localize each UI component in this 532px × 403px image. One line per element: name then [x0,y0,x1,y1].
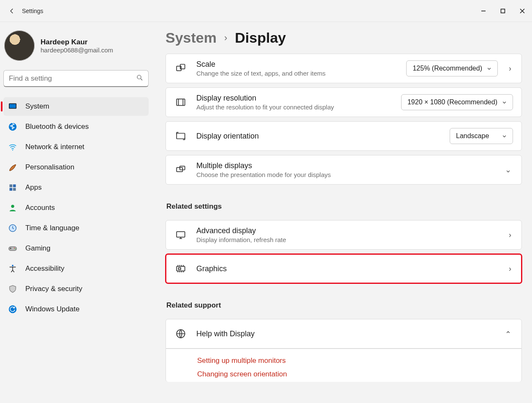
setting-title: Multiple displays [196,161,494,170]
chevron-right-icon: › [507,264,513,273]
setting-advanced-display[interactable]: Advanced display Display information, re… [166,220,522,250]
wifi-icon [8,142,18,152]
minimize-button[interactable] [474,0,493,22]
graphics-icon [174,263,187,274]
svg-rect-9 [13,188,16,191]
setting-title: Graphics [196,264,498,273]
svg-rect-7 [13,185,16,188]
breadcrumb-parent[interactable]: System [166,30,217,46]
search-input[interactable] [3,70,149,87]
bluetooth-icon [8,122,18,132]
titlebar: Settings [0,0,532,22]
maximize-button[interactable] [493,0,513,22]
svg-rect-25 [179,268,181,270]
main-content: System › Display Scale Change the size o… [152,22,532,403]
help-links: Setting up multiple monitors Changing sc… [166,349,522,382]
sidebar-item-accounts[interactable]: Accounts [3,199,149,217]
sidebar-item-network[interactable]: Network & internet [3,138,149,156]
sidebar-item-label: Accessibility [25,264,65,273]
monitor-icon [174,229,187,240]
sidebar-item-personalisation[interactable]: Personalisation [3,158,149,177]
setting-title: Help with Display [196,329,494,338]
sidebar-item-label: Apps [25,183,42,192]
search-box [3,70,149,87]
sidebar-item-label: Accounts [25,204,55,212]
sidebar-item-privacy[interactable]: Privacy & security [3,280,149,298]
sidebar-item-label: Bluetooth & devices [25,123,89,131]
gamepad-icon [8,243,18,253]
sidebar-item-system[interactable]: System [3,97,149,116]
setting-subtitle: Display information, refresh rate [196,236,498,243]
chevron-right-icon: › [507,231,513,240]
setting-subtitle: Change the size of text, apps, and other… [196,70,397,77]
breadcrumb-current: Display [235,30,286,46]
help-link[interactable]: Changing screen orientation [197,370,521,378]
person-icon [8,203,18,213]
svg-point-13 [14,248,15,248]
close-icon [520,8,525,14]
setting-title: Display orientation [196,132,440,141]
back-button[interactable] [3,3,20,19]
arrow-left-icon [8,7,16,15]
app-title: Settings [22,8,43,14]
chevron-down-icon: ⌄ [503,165,513,174]
scale-dropdown[interactable]: 125% (Recommended) [406,60,498,76]
profile-block[interactable]: Hardeep Kaur hardeep0688@gmail.com [3,29,149,67]
sidebar: Hardeep Kaur hardeep0688@gmail.com Syste… [0,22,152,403]
setting-scale[interactable]: Scale Change the size of text, apps, and… [166,54,522,83]
setting-title: Advanced display [196,226,498,235]
setting-title: Scale [196,60,397,69]
setting-title: Display resolution [196,94,392,103]
apps-icon [8,182,18,193]
shield-icon [8,284,18,294]
maximize-icon [500,8,505,14]
setting-help-display[interactable]: Help with Display ⌄ [166,319,522,349]
system-icon [8,101,18,112]
orientation-icon [174,131,187,142]
chevron-right-icon: › [507,64,513,73]
avatar [4,30,35,61]
brush-icon [8,162,18,172]
close-button[interactable] [513,0,532,22]
chevron-up-icon: ⌄ [503,329,513,338]
sidebar-item-accessibility[interactable]: Accessibility [3,259,149,278]
svg-point-10 [11,205,14,208]
setting-multiple-displays[interactable]: Multiple displays Choose the presentatio… [166,155,522,185]
setting-subtitle: Adjust the resolution to fit your connec… [196,103,392,111]
minimize-icon [481,8,486,14]
breadcrumb: System › Display [166,30,522,46]
update-icon [8,304,18,314]
sidebar-item-time-language[interactable]: Time & language [3,219,149,237]
profile-email: hardeep0688@gmail.com [41,46,113,54]
orientation-dropdown[interactable]: Landscape [450,128,513,144]
profile-name: Hardeep Kaur [41,38,113,46]
setting-orientation[interactable]: Display orientation Landscape [166,121,522,151]
svg-point-14 [15,248,16,249]
svg-rect-19 [176,99,185,105]
globe-icon [174,328,187,339]
sidebar-item-apps[interactable]: Apps [3,178,149,197]
svg-rect-0 [501,9,505,13]
section-related-support: Related support [166,301,522,310]
multiple-displays-icon [174,164,187,175]
sidebar-item-label: Privacy & security [25,285,82,293]
sidebar-item-label: Personalisation [25,163,74,172]
sidebar-item-bluetooth[interactable]: Bluetooth & devices [3,117,149,136]
help-link[interactable]: Setting up multiple monitors [197,357,521,365]
accessibility-icon [8,264,18,274]
svg-rect-6 [10,185,13,188]
dropdown-value: 1920 × 1080 (Recommended) [407,98,497,106]
clock-icon [8,223,18,233]
setting-graphics[interactable]: Graphics › [166,254,522,283]
sidebar-item-gaming[interactable]: Gaming [3,239,149,258]
svg-point-5 [12,150,13,150]
resolution-icon [174,97,187,108]
svg-point-15 [12,265,14,267]
dropdown-value: Landscape [456,132,489,140]
sidebar-item-windows-update[interactable]: Windows Update [3,300,149,319]
svg-rect-2 [9,104,16,109]
setting-resolution[interactable]: Display resolution Adjust the resolution… [166,87,522,117]
sidebar-item-label: Windows Update [25,305,80,313]
resolution-dropdown[interactable]: 1920 × 1080 (Recommended) [401,94,513,110]
setting-subtitle: Choose the presentation mode for your di… [196,171,494,178]
